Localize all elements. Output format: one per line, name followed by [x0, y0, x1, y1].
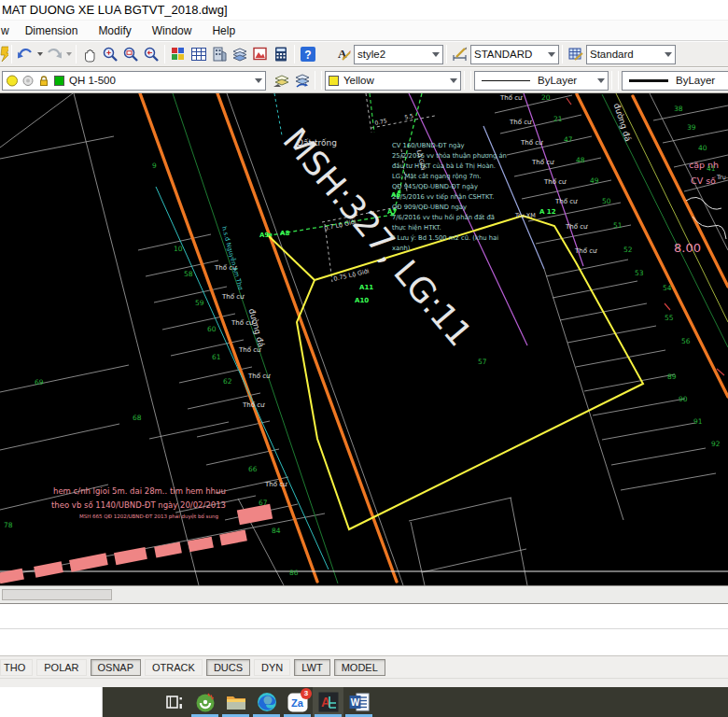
toggle-lwt[interactable]: LWT	[294, 659, 329, 676]
canvas-label: Thổ cư	[242, 401, 265, 409]
toggle-polar[interactable]: POLAR	[36, 659, 86, 676]
canvas-label: LG: Mặt cắt ngang rộng 7m.	[392, 173, 482, 180]
toolbar-separator	[446, 45, 447, 63]
canvas-label: Thổ cư	[509, 118, 532, 126]
parcel-number: 62	[223, 377, 232, 386]
autocad-button[interactable]: A	[313, 687, 343, 717]
pan-hand-icon[interactable]	[79, 44, 100, 64]
make-layer-current-button[interactable]	[271, 70, 291, 91]
canvas-label: 5.5	[404, 112, 414, 120]
menu-item-partial[interactable]: w	[0, 24, 15, 37]
toolbar-separator	[294, 45, 295, 63]
layer-combo[interactable]: QH 1-500	[2, 71, 266, 91]
parcel-number: 90	[679, 395, 688, 403]
dim-style-combo[interactable]: STANDARD	[470, 45, 559, 64]
notification-badge: 3	[301, 688, 312, 699]
dim-style-icon[interactable]	[450, 44, 470, 64]
autocad-icon: A	[317, 691, 340, 713]
canvas-label: 0.75	[374, 117, 388, 126]
menu-item-modify[interactable]: Modify	[88, 24, 141, 37]
render-image-icon[interactable]	[250, 44, 271, 64]
menu-item-help[interactable]: Help	[202, 24, 245, 37]
canvas-label: Đất trống	[297, 138, 337, 148]
parcel-number: 49	[590, 176, 599, 185]
text-style-icon[interactable]: A	[333, 44, 354, 64]
parcel-number: 48	[576, 156, 585, 164]
survey-point-label: A8	[280, 230, 289, 237]
sheetset-building-icon[interactable]	[209, 44, 230, 64]
canvas-label: đầu tư HTKT của bà Lê Thị Hoàn.	[392, 162, 496, 170]
undo-dropdown[interactable]	[35, 44, 44, 64]
drawing-canvas[interactable]: MSH:327, LG:11Đất trốngCV 160/UBND-ĐT ng…	[0, 93, 728, 585]
chevron-down-icon	[432, 52, 440, 57]
menu-item-dimension[interactable]: Dimension	[15, 24, 89, 37]
canvas-label: 25/2/2016 vv thỏa thuận phương án	[392, 152, 507, 160]
taskbar-search-box[interactable]	[0, 687, 103, 717]
linetype-combo[interactable]: ByLayer	[474, 71, 609, 91]
zalo-button[interactable]: Za 3	[282, 687, 313, 717]
task-view-button[interactable]	[159, 687, 189, 717]
zoom-realtime-icon[interactable]	[100, 44, 120, 64]
toggle-otrack[interactable]: OTRACK	[145, 659, 203, 676]
horizontal-scrollbar[interactable]	[0, 585, 728, 603]
edge-icon	[256, 691, 278, 713]
edge-browser-button[interactable]	[251, 687, 282, 717]
table-style-icon[interactable]	[566, 44, 586, 64]
svg-text:?: ?	[304, 49, 311, 62]
layers-toolbar: QH 1-500 Yellow ByLayer ByLayer	[0, 67, 728, 93]
toggle-ducs[interactable]: DUCS	[206, 659, 250, 676]
parcel-number: 39	[687, 123, 696, 132]
canvas-label: MSH 665 QĐ 1202/UBND-ĐT 2013 phải duyệt …	[79, 513, 218, 520]
toolbar-separator	[76, 45, 77, 63]
toolbar-separator	[11, 45, 12, 63]
parcel-number: 84	[272, 527, 281, 535]
word-button[interactable]: W	[343, 687, 374, 717]
lineweight-combo[interactable]: ByLayer	[622, 71, 728, 91]
toggle-dyn[interactable]: DYN	[254, 659, 290, 676]
parcel-number: 69	[35, 378, 44, 387]
toggle-model[interactable]: MODEL	[334, 659, 385, 676]
windows-taskbar: Za 3 A W	[0, 687, 728, 717]
parcel-number: 20	[541, 93, 551, 102]
toolbar-separator	[164, 45, 165, 63]
redo-button[interactable]	[44, 44, 64, 64]
text-style-combo[interactable]: style2	[354, 45, 443, 64]
color-combo[interactable]: Yellow	[325, 71, 461, 91]
command-window[interactable]	[0, 603, 728, 655]
dim-style-value: STANDARD	[474, 49, 544, 60]
zoom-previous-icon[interactable]	[141, 44, 161, 64]
parcel-number: 47	[564, 135, 573, 144]
table-style-combo[interactable]: Standard	[586, 45, 676, 64]
zoom-window-icon[interactable]	[120, 44, 141, 64]
match-properties-icon[interactable]	[168, 44, 189, 64]
undo-button[interactable]	[15, 44, 35, 64]
parcel-number: 38	[674, 105, 683, 113]
lightning-icon[interactable]	[0, 44, 8, 64]
layers-stack-icon[interactable]	[230, 44, 250, 64]
toggle-ortho[interactable]: THO	[0, 659, 33, 676]
parcel-number: 67	[259, 499, 268, 507]
canvas-label: 7/6/2016 vv thu hồi phần đất đã	[392, 214, 495, 221]
parcel-number: 40	[698, 144, 707, 152]
parcel-number: 78	[4, 521, 13, 529]
scrollbar-thumb[interactable]	[2, 589, 112, 600]
toolbar-separator	[321, 71, 322, 90]
survey-point-label: A7	[387, 208, 397, 216]
parcel-number: 61	[212, 353, 221, 361]
coc-coc-browser-button[interactable]	[189, 687, 220, 717]
table-grid-icon[interactable]	[189, 44, 209, 64]
table-style-value: Standard	[590, 49, 661, 60]
canvas-label: Thổ cư	[554, 197, 578, 205]
redo-dropdown[interactable]	[64, 44, 73, 64]
canvas-label: CV số	[691, 176, 716, 186]
canvas-label: Thổ cư	[531, 158, 554, 166]
layer-previous-button[interactable]	[291, 70, 312, 91]
command-input-line[interactable]	[0, 629, 728, 654]
toolbar-separator	[618, 71, 619, 90]
canvas-label: Thổ cư	[565, 222, 588, 231]
calculator-icon[interactable]	[271, 44, 291, 64]
menu-item-window[interactable]: Window	[142, 24, 203, 37]
help-icon[interactable]: ?	[298, 44, 318, 64]
toggle-osnap[interactable]: OSNAP	[91, 659, 142, 676]
file-explorer-button[interactable]	[220, 687, 251, 717]
